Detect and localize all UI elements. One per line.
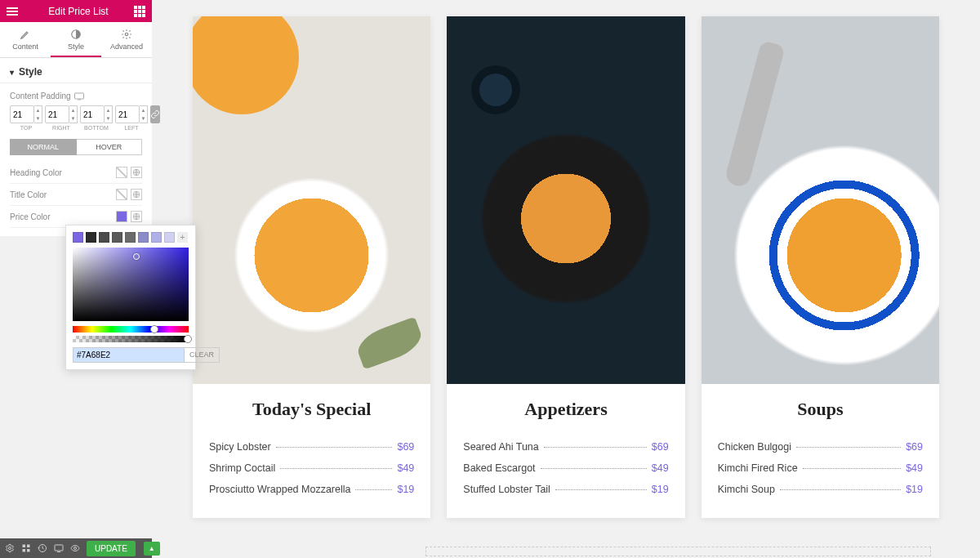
title-color-row: Title Color [10,184,142,206]
hue-thumb[interactable] [150,325,158,333]
padding-top-input[interactable] [10,105,34,123]
tab-content[interactable]: Content [0,22,51,57]
item-separator [780,489,901,490]
navigator-icon[interactable] [21,542,31,554]
item-name: Kimchi Fired Rice [718,462,798,474]
padding-left-label: LEFT [124,125,138,131]
item-price: $19 [652,484,669,495]
responsive-mode-icon[interactable] [54,542,64,554]
item-name: Prosciutto Wrapped Mozzarella [209,484,350,495]
item-name: Seared Ahi Tuna [463,441,538,453]
alpha-slider[interactable] [73,336,189,342]
tab-content-label: Content [12,42,38,51]
padding-right-label: RIGHT [52,125,70,131]
color-field[interactable] [73,248,189,321]
global-color-icon[interactable] [131,167,142,178]
item-name: Kimchi Soup [718,484,775,495]
section-style[interactable]: ▾ Style [0,58,152,83]
hex-input[interactable] [73,347,185,363]
menu-item: Stuffed Lobster Tail$19 [463,479,668,500]
svg-point-12 [74,547,77,550]
preset-swatch[interactable] [125,232,136,243]
preview-icon[interactable] [70,542,80,554]
color-input-row: CLEAR [73,347,189,363]
item-separator [280,468,392,469]
color-field-cursor[interactable] [133,253,140,260]
menu-icon[interactable] [7,7,18,16]
price-color-swatch[interactable] [116,211,127,222]
preset-swatch[interactable] [73,232,83,243]
price-color-label: Price Color [10,212,116,221]
drop-zone[interactable] [425,547,931,556]
tab-advanced-label: Advanced [110,42,143,51]
alpha-thumb[interactable] [184,335,192,343]
state-hover[interactable]: HOVER [77,139,143,155]
contrast-icon [70,29,82,40]
item-price: $49 [906,462,923,474]
clear-button[interactable]: CLEAR [185,347,220,363]
hue-slider[interactable] [73,326,189,333]
price-card[interactable]: AppetizersSeared Ahi Tuna$69Baked Escarg… [447,16,684,518]
padding-bottom-input[interactable] [80,105,105,123]
style-panel: Content Padding ▲▼ TOP ▲▼ RIGHT ▲▼ BOTTO… [0,83,152,236]
heading-color-swatch[interactable] [116,167,127,178]
preset-swatch[interactable] [138,232,149,243]
padding-right-input[interactable] [45,105,69,123]
state-tabs: NORMAL HOVER [10,139,142,155]
spin-down[interactable]: ▼ [34,114,42,123]
padding-left-input[interactable] [115,105,140,123]
svg-rect-8 [27,545,30,548]
menu-item: Prosciutto Wrapped Mozzarella$19 [209,479,414,500]
add-swatch-button[interactable]: + [177,232,188,243]
tab-style[interactable]: Style [51,22,101,57]
title-color-swatch[interactable] [116,189,127,200]
card-title: Soups [718,399,923,420]
update-button[interactable]: UPDATE [87,541,136,556]
price-card[interactable]: SoupsChicken Bulgogi$69Kimchi Fired Rice… [702,16,939,518]
item-separator [796,447,901,448]
item-separator [544,447,647,448]
global-color-icon[interactable] [131,211,142,222]
color-swatches: + [73,232,189,243]
card-image [447,16,684,384]
tab-style-label: Style [68,42,84,51]
svg-rect-2 [74,93,83,99]
preset-swatch[interactable] [99,232,109,243]
cards-row: Today's SpecialSpicy Lobster$69Shrimp Co… [193,16,939,518]
item-separator [555,489,647,490]
svg-point-1 [125,33,128,36]
spin-up[interactable]: ▲ [34,106,42,114]
preset-swatch[interactable] [151,232,162,243]
settings-icon[interactable] [5,542,15,554]
svg-rect-9 [23,549,26,552]
responsive-icon[interactable] [74,92,84,100]
card-body: Today's SpecialSpicy Lobster$69Shrimp Co… [193,384,430,518]
price-card[interactable]: Today's SpecialSpicy Lobster$69Shrimp Co… [193,16,430,518]
section-style-label: Style [19,66,42,78]
preset-swatch[interactable] [164,232,175,243]
item-separator [355,489,392,490]
state-normal[interactable]: NORMAL [10,139,77,155]
pencil-icon [20,29,31,40]
sidebar-header: Edit Price List [0,0,152,22]
tab-advanced[interactable]: Advanced [101,22,152,57]
menu-item: Spicy Lobster$69 [209,436,414,458]
global-color-icon[interactable] [131,189,142,200]
widgets-icon[interactable] [134,6,145,17]
svg-rect-10 [27,549,30,552]
card-title: Appetizers [463,399,668,420]
item-price: $19 [906,484,923,495]
heading-color-row: Heading Color [10,162,142,184]
item-separator [803,468,902,469]
content-padding-label: Content Padding [10,92,142,100]
preset-swatch[interactable] [86,232,96,243]
item-price: $49 [397,462,414,474]
menu-item: Seared Ahi Tuna$69 [463,436,668,458]
item-name: Stuffed Lobster Tail [463,484,550,495]
menu-item: Kimchi Fired Rice$49 [718,458,923,479]
item-price: $69 [906,441,923,453]
preset-swatch[interactable] [112,232,122,243]
history-icon[interactable] [38,542,47,554]
menu-item: Baked Escargot$49 [463,458,668,479]
gear-icon [121,29,132,40]
